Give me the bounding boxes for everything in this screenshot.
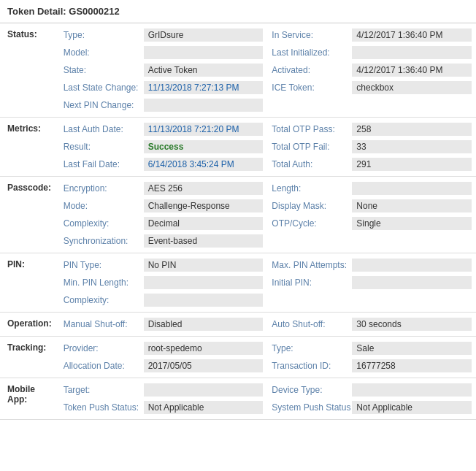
field-value-mobileapp-1-right: Not Applicable: [352, 401, 472, 414]
field-label-metrics-2-left: Last Fail Date:: [64, 159, 144, 169]
field-value-status-2-left: Active Token: [144, 64, 264, 77]
field-label-passcode-0-left: Encryption:: [64, 183, 144, 194]
field-left-status-1: Model:: [59, 44, 268, 61]
field-right-status-2: Activated:4/12/2017 1:36:40 PM: [267, 61, 476, 79]
field-value-passcode-1-right: None: [352, 199, 472, 212]
field-left-mobileapp-0: Target:: [59, 381, 268, 399]
field-label-passcode-1-right: Display Mask:: [272, 201, 352, 211]
field-value-status-0-left: GrIDsure: [144, 28, 264, 42]
field-value-passcode-2-right: Single: [352, 217, 472, 230]
field-left-operation-0: Manual Shut-off:Disabled: [59, 315, 268, 333]
page-header: Token Detail: GS0000212: [0, 0, 476, 23]
field-label-tracking-1-right: Transaction ID:: [272, 361, 352, 371]
section-pin: PIN:PIN Type:No PINMax. PIN Attempts:Min…: [0, 253, 476, 313]
field-label-operation-0-right: Auto Shut-off:: [272, 319, 352, 329]
field-right-operation-0: Auto Shut-off:30 seconds: [267, 315, 476, 333]
field-right-tracking-0: Type:Sale: [267, 340, 476, 357]
field-left-tracking-1: Allocation Date:2017/05/05: [59, 357, 268, 375]
field-label-status-1-right: Last Initialized:: [272, 47, 352, 58]
field-value-status-3-right: checkbox: [352, 81, 472, 94]
section-label-mobileapp: Mobile App:: [0, 378, 59, 420]
field-right-mobileapp-1: System Push StatusNot Applicable: [267, 399, 476, 416]
section-metrics: Metrics:Last Auth Date:11/13/2018 7:21:2…: [0, 118, 476, 177]
field-label-status-3-right: ICE Token:: [272, 83, 352, 93]
field-value-tracking-0-left: root-spedemo: [144, 342, 264, 355]
section-content-passcode: Encryption:AES 256Length:Mode:Challenge-…: [59, 177, 476, 253]
field-value-metrics-0-left: 11/13/2018 7:21:20 PM: [144, 123, 264, 136]
field-left-pin-1: Min. PIN Length:: [59, 274, 268, 291]
field-label-status-0-right: In Service:: [272, 30, 352, 40]
field-label-passcode-2-right: OTP/Cycle:: [272, 218, 352, 229]
field-label-passcode-1-left: Mode:: [64, 201, 144, 211]
field-value-mobileapp-0-left: [144, 383, 264, 397]
field-left-status-0: Type:GrIDsure: [59, 26, 268, 44]
field-left-mobileapp-1: Token Push Status:Not Applicable: [59, 399, 268, 416]
field-left-status-3: Last State Change:11/13/2018 7:27:13 PM: [59, 79, 268, 96]
field-right-pin-0: Max. PIN Attempts:: [267, 256, 476, 274]
detail-table: Status:Type:GrIDsureIn Service:4/12/2017…: [0, 23, 476, 420]
field-value-operation-0-left: Disabled: [144, 318, 264, 331]
field-left-status-4: Next PIN Change:: [59, 96, 268, 114]
field-right-metrics-1: Total OTP Fail:33: [267, 138, 476, 156]
field-value-passcode-1-left: Challenge-Response: [144, 199, 264, 212]
field-value-mobileapp-0-right: [352, 383, 472, 397]
field-label-mobileapp-1-left: Token Push Status:: [64, 402, 144, 413]
field-right-pin-1: Initial PIN:: [267, 274, 476, 291]
field-left-metrics-0: Last Auth Date:11/13/2018 7:21:20 PM: [59, 120, 268, 138]
field-value-pin-0-left: No PIN: [144, 259, 264, 272]
field-value-mobileapp-1-left: Not Applicable: [144, 401, 264, 414]
field-left-metrics-1: Result:Success: [59, 138, 268, 156]
field-right-passcode-0: Length:: [267, 180, 476, 197]
field-label-mobileapp-0-right: Device Type:: [272, 385, 352, 395]
field-right-passcode-2: OTP/Cycle:Single: [267, 215, 476, 232]
field-value-metrics-2-left: 6/14/2018 3:45:24 PM: [144, 158, 264, 171]
section-content-metrics: Last Auth Date:11/13/2018 7:21:20 PMTota…: [59, 118, 476, 177]
field-value-passcode-2-left: Decimal: [144, 217, 264, 230]
field-right-passcode-3: [267, 232, 476, 250]
field-value-status-1-right: [352, 46, 472, 59]
field-right-metrics-0: Total OTP Pass:258: [267, 120, 476, 138]
field-right-mobileapp-0: Device Type:: [267, 381, 476, 399]
field-label-metrics-0-left: Last Auth Date:: [64, 124, 144, 134]
field-label-pin-1-left: Min. PIN Length:: [64, 277, 144, 288]
field-label-passcode-0-right: Length:: [272, 183, 352, 194]
field-value-status-2-right: 4/12/2017 1:36:40 PM: [352, 64, 472, 77]
field-value-metrics-1-right: 33: [352, 140, 472, 153]
section-label-operation: Operation:: [0, 313, 59, 337]
section-operation: Operation:Manual Shut-off:DisabledAuto S…: [0, 313, 476, 337]
field-left-passcode-0: Encryption:AES 256: [59, 180, 268, 197]
field-value-tracking-0-right: Sale: [352, 342, 472, 355]
section-label-pin: PIN:: [0, 253, 59, 313]
field-value-metrics-1-left: Success: [144, 140, 264, 153]
field-right-pin-2: [267, 291, 476, 309]
field-left-tracking-0: Provider:root-spedemo: [59, 340, 268, 357]
field-value-status-0-right: 4/12/2017 1:36:40 PM: [352, 28, 472, 42]
field-label-metrics-2-right: Total Auth:: [272, 159, 352, 169]
section-content-mobileapp: Target:Device Type:Token Push Status:Not…: [59, 378, 476, 420]
field-value-pin-1-right: [352, 276, 472, 289]
field-label-status-0-left: Type:: [64, 30, 144, 40]
field-label-pin-0-left: PIN Type:: [64, 260, 144, 270]
field-left-passcode-2: Complexity:Decimal: [59, 215, 268, 232]
field-right-status-1: Last Initialized:: [267, 44, 476, 61]
field-value-passcode-3-left: Event-based: [144, 234, 264, 248]
field-label-status-2-right: Activated:: [272, 65, 352, 75]
field-right-status-4: [267, 96, 476, 114]
field-label-operation-0-left: Manual Shut-off:: [64, 319, 144, 329]
section-label-metrics: Metrics:: [0, 118, 59, 177]
field-right-tracking-1: Transaction ID:16777258: [267, 357, 476, 375]
field-label-passcode-3-left: Synchronization:: [64, 236, 144, 246]
section-label-tracking: Tracking:: [0, 337, 59, 378]
section-passcode: Passcode:Encryption:AES 256Length:Mode:C…: [0, 177, 476, 253]
field-right-passcode-1: Display Mask:None: [267, 197, 476, 215]
field-label-tracking-0-right: Type:: [272, 343, 352, 353]
section-mobileapp: Mobile App:Target:Device Type:Token Push…: [0, 378, 476, 420]
field-value-passcode-0-left: AES 256: [144, 182, 264, 195]
field-value-status-4-left: [144, 99, 264, 112]
field-value-status-1-left: [144, 46, 264, 59]
field-value-pin-0-right: [352, 259, 472, 272]
section-content-pin: PIN Type:No PINMax. PIN Attempts:Min. PI…: [59, 253, 476, 313]
section-content-operation: Manual Shut-off:DisabledAuto Shut-off:30…: [59, 313, 476, 337]
field-left-passcode-1: Mode:Challenge-Response: [59, 197, 268, 215]
field-label-mobileapp-1-right: System Push Status: [272, 402, 352, 413]
